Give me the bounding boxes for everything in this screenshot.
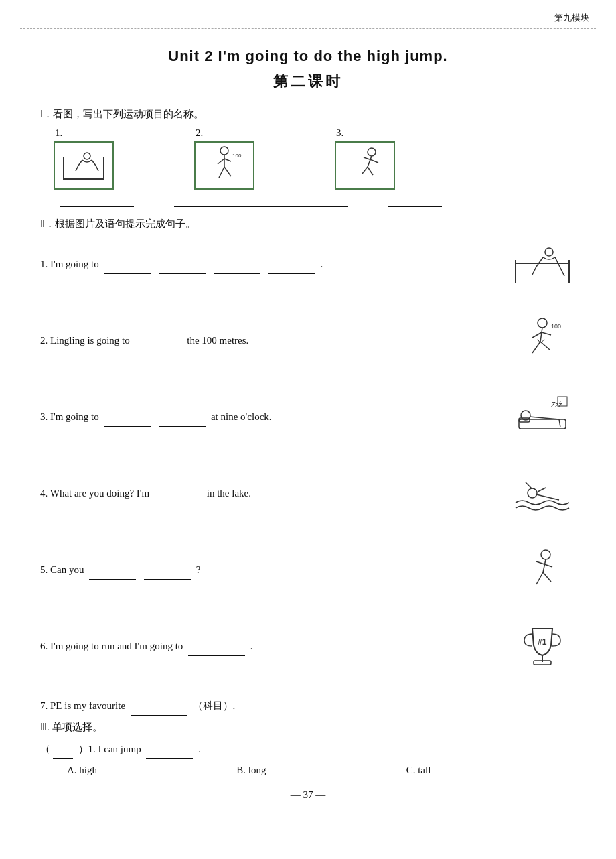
ex1-item-3: 3. (335, 127, 395, 190)
blank-1-4[interactable] (268, 262, 315, 274)
svg-text:#1: #1 (538, 637, 547, 647)
answer-paren-1[interactable] (53, 747, 73, 759)
exercise3-options: A. high B. long C. tall (67, 765, 576, 776)
unit-title: Unit 2 I'm going to do the high jump. (0, 48, 616, 65)
svg-text:100: 100 (232, 153, 242, 159)
svg-line-52 (536, 561, 544, 564)
exercise2-header: Ⅱ．根据图片及语句提示完成句子。 (40, 218, 576, 230)
svg-line-28 (560, 268, 564, 276)
ex1-num-2: 2. (196, 127, 203, 139)
svg-point-44 (528, 488, 537, 498)
blank-1-3[interactable] (214, 262, 260, 274)
ex2-img-4 (509, 466, 576, 520)
ex2-img-2: 100 (509, 314, 576, 367)
blank-5-2[interactable] (144, 568, 191, 580)
svg-line-4 (78, 160, 82, 166)
svg-line-31 (532, 342, 540, 353)
ex2-item-4: 4. What are you doing? I'm in the lake. (40, 466, 576, 520)
ex1-num-1: 1. (55, 127, 62, 139)
exercise1-section: Ⅰ．看图，写出下列运动项目的名称。 1. (0, 108, 616, 207)
ex2-img-1 (509, 237, 576, 291)
svg-line-11 (224, 167, 231, 176)
svg-line-50 (536, 572, 543, 584)
blank-4-1[interactable] (155, 491, 202, 503)
blank-7-1[interactable] (131, 704, 187, 716)
ex2-item-7: 7. PE is my favourite （科目）. (40, 696, 576, 716)
lesson-title: 第二课时 (0, 72, 616, 92)
svg-point-3 (84, 153, 90, 159)
answer-line-3[interactable] (388, 195, 442, 207)
option-c: C. tall (406, 765, 576, 776)
ex3-text-1: ）1. I can jump (78, 744, 141, 754)
exercise3-header: Ⅲ. 单项选择。 (40, 721, 576, 734)
svg-line-51 (543, 572, 551, 582)
ex2-img-5 (509, 543, 576, 596)
ex2-item-3: 3. I'm going to at nine o'clock. (40, 390, 576, 444)
page: 第九模块 Unit 2 I'm going to do the high jum… (0, 0, 616, 859)
svg-point-8 (220, 147, 228, 155)
svg-line-40 (559, 419, 560, 427)
header-bar: 第九模块 (0, 0, 616, 24)
exercise2-items: 1. I'm going to . (40, 237, 576, 716)
ex1-img-3 (335, 141, 395, 190)
ex2-item-2: 2. Lingling is going to the 100 metres. (40, 314, 576, 367)
svg-line-53 (544, 564, 552, 567)
ex1-item-1: 1. (54, 127, 114, 190)
svg-line-10 (219, 167, 224, 178)
ex2-text-5: 5. Can you ? (40, 559, 498, 580)
trophy-icon: #1 (512, 622, 572, 670)
running-icon: 100 (198, 144, 251, 187)
blank-5-1[interactable] (89, 568, 136, 580)
page-number: — 37 — (0, 789, 616, 811)
blank-mc-1[interactable] (146, 747, 193, 759)
blank-3-2[interactable] (159, 415, 206, 427)
ex2-text-2: 2. Lingling is going to the 100 metres. (40, 330, 498, 350)
svg-line-25 (536, 257, 543, 267)
svg-line-49 (543, 559, 546, 572)
ex1-num-3: 3. (336, 127, 343, 139)
swimming-icon (512, 469, 572, 517)
svg-point-38 (521, 411, 530, 420)
svg-line-27 (532, 267, 536, 275)
answer-line-2[interactable] (174, 195, 348, 207)
running-small-icon (512, 545, 572, 594)
dashed-divider (20, 28, 596, 29)
svg-rect-36 (519, 419, 566, 429)
svg-line-32 (540, 342, 550, 350)
svg-point-15 (368, 148, 376, 156)
ex2-item-6: 6. I'm going to run and I'm going to . (40, 619, 576, 673)
svg-line-18 (368, 167, 373, 175)
svg-line-45 (536, 494, 559, 500)
ex3-item-1: （ ）1. I can jump . (40, 739, 576, 759)
ex3-period-1: . (198, 744, 201, 754)
blank-6-1[interactable] (188, 644, 245, 656)
sleep-figure-icon: Zzz z (512, 393, 572, 441)
ex1-item-2: 2. 100 (194, 127, 254, 190)
blank-1-1[interactable] (104, 262, 151, 274)
ex2-item-1: 1. I'm going to . (40, 237, 576, 291)
svg-point-24 (545, 248, 553, 256)
ex2-text-6: 6. I'm going to run and I'm going to . (40, 636, 498, 656)
ex2-img-6: #1 (509, 619, 576, 673)
svg-line-7 (96, 166, 98, 171)
ex2-text-3: 3. I'm going to at nine o'clock. (40, 407, 498, 427)
ex1-img-1 (54, 141, 114, 190)
ex2-text-4: 4. What are you doing? I'm in the lake. (40, 483, 498, 503)
blank-2-1[interactable] (135, 338, 182, 350)
svg-line-33 (532, 332, 542, 338)
svg-point-48 (541, 550, 550, 559)
exercise2-section: Ⅱ．根据图片及语句提示完成句子。 1. I'm going to . (0, 218, 616, 716)
module-label: 第九模块 (554, 12, 589, 24)
svg-line-5 (92, 160, 96, 166)
ex2-item-5: 5. Can you ? (40, 543, 576, 596)
answer-line-1[interactable] (60, 195, 134, 207)
high-jump-figure-icon (512, 240, 572, 288)
blank-1-2[interactable] (159, 262, 206, 274)
ex1-img-2: 100 (194, 141, 254, 190)
blank-3-1[interactable] (104, 415, 151, 427)
svg-line-30 (540, 328, 542, 342)
svg-line-47 (538, 488, 546, 492)
svg-line-17 (362, 167, 368, 174)
exercise1-answer-lines (60, 195, 576, 207)
exercise1-images: 1. (54, 127, 576, 190)
